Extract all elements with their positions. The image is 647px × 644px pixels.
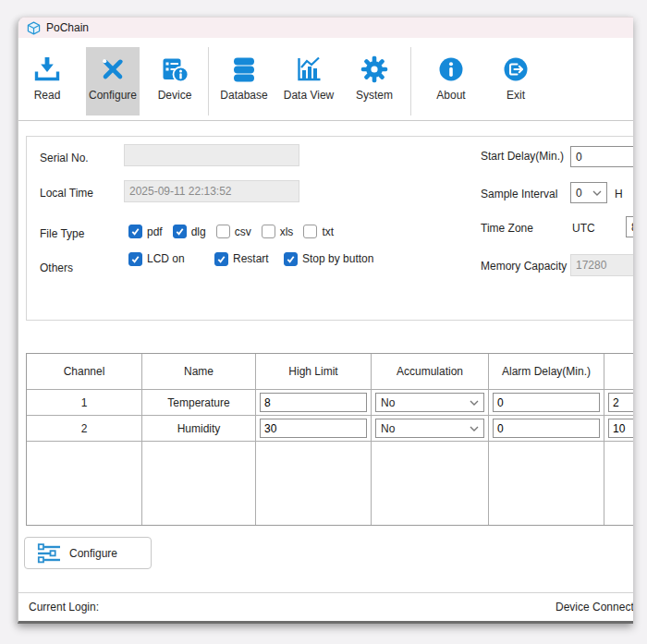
toolbar-configure-button[interactable]: Configure xyxy=(86,47,140,115)
sample-interval-unit: H xyxy=(615,188,623,200)
header-name: Name xyxy=(142,354,256,389)
alarm-delay-input[interactable] xyxy=(493,419,600,438)
extra-input[interactable] xyxy=(608,393,633,412)
csv-checkbox-icon[interactable] xyxy=(216,225,230,238)
chevron-down-icon xyxy=(592,190,602,196)
stop-by-button-checkbox-icon[interactable] xyxy=(284,252,298,266)
alarm-delay-input[interactable] xyxy=(493,393,600,412)
current-login-text: Current Login: xyxy=(29,601,99,614)
app-cube-icon xyxy=(27,21,41,35)
header-high-limit: High Limit xyxy=(256,354,372,389)
time-zone-label: Time Zone xyxy=(481,222,533,235)
xls-label: xls xyxy=(280,225,294,238)
toolbar-dataview-label: Data View xyxy=(284,89,334,102)
high-limit-cell xyxy=(256,390,372,415)
toolbar-read-button[interactable]: Read xyxy=(20,47,74,115)
title-bar: PoChain xyxy=(18,18,633,38)
settings-group: Serial No. Local Time File Type pdf dlg … xyxy=(26,136,633,321)
app-window: PoChain Read Configure xyxy=(18,17,633,624)
system-gear-icon xyxy=(360,55,389,84)
local-time-label: Local Time xyxy=(40,187,93,200)
extra-cell xyxy=(604,390,633,415)
checkbox-pdf[interactable]: pdf xyxy=(128,225,163,238)
sliders-icon xyxy=(37,543,61,564)
extra-input[interactable] xyxy=(608,419,633,438)
checkbox-stop-by-button[interactable]: Stop by button xyxy=(284,252,373,266)
toolbar-device-button[interactable]: Device xyxy=(148,47,201,115)
accumulation-cell: No xyxy=(372,416,489,441)
header-accumulation: Accumulation xyxy=(372,354,489,389)
high-limit-input[interactable] xyxy=(260,393,367,412)
sample-interval-select[interactable]: 0 xyxy=(570,182,607,203)
chevron-down-icon xyxy=(470,426,479,431)
channel-cell: 2 xyxy=(27,416,142,441)
toolbar-about-button[interactable]: About xyxy=(426,47,476,115)
configure-button-label: Configure xyxy=(69,547,117,560)
exit-logout-icon xyxy=(501,55,531,84)
table-row: 1 Temperature No xyxy=(27,389,633,415)
time-zone-prefix: UTC xyxy=(572,222,595,235)
time-zone-field[interactable] xyxy=(626,216,633,237)
channel-table: Channel Name High Limit Accumulation Ala… xyxy=(26,353,633,526)
toolbar-dataview-button[interactable]: Data View xyxy=(276,47,341,115)
name-cell: Humidity xyxy=(142,416,256,441)
lcd-on-label: LCD on xyxy=(147,252,185,265)
toolbar-database-label: Database xyxy=(220,89,267,102)
toolbar-configure-label: Configure xyxy=(89,89,137,102)
toolbar-system-button[interactable]: System xyxy=(347,47,402,115)
data-view-chart-icon xyxy=(294,55,324,84)
serial-no-label: Serial No. xyxy=(40,152,89,164)
toolbar-exit-label: Exit xyxy=(507,89,525,102)
file-type-options: pdf dlg csv xls txt xyxy=(128,225,334,238)
toolbar: Read Configure Devi xyxy=(18,38,633,121)
restart-label: Restart xyxy=(233,252,269,265)
device-server-icon xyxy=(160,55,189,84)
header-extra xyxy=(604,354,633,389)
checkbox-lcd-on[interactable]: LCD on xyxy=(128,252,185,266)
checkbox-csv[interactable]: csv xyxy=(216,225,251,238)
header-channel: Channel xyxy=(27,354,142,389)
start-delay-label: Start Delay(Min.) xyxy=(481,150,564,163)
checkbox-dlg[interactable]: dlg xyxy=(173,225,206,238)
memory-capacity-field[interactable] xyxy=(570,254,633,276)
toolbar-separator xyxy=(208,47,209,115)
others-label: Others xyxy=(40,261,73,274)
toolbar-about-label: About xyxy=(436,89,465,102)
checkbox-txt[interactable]: txt xyxy=(303,225,334,238)
accumulation-select[interactable]: No xyxy=(375,419,484,438)
file-type-label: File Type xyxy=(40,227,84,240)
local-time-field[interactable] xyxy=(124,180,299,202)
toolbar-system-label: System xyxy=(356,89,393,102)
checkbox-xls[interactable]: xls xyxy=(262,225,294,238)
restart-checkbox-icon[interactable] xyxy=(214,252,228,266)
high-limit-input[interactable] xyxy=(260,419,367,438)
lcd-on-checkbox-icon[interactable] xyxy=(128,252,142,266)
device-status-text: Device Connected xyxy=(555,601,633,614)
txt-label: txt xyxy=(322,225,334,238)
stop-by-button-label: Stop by button xyxy=(302,252,373,265)
configure-tools-icon xyxy=(98,55,128,84)
configure-button[interactable]: Configure xyxy=(24,537,152,569)
memory-capacity-label: Memory Capacity xyxy=(481,260,567,273)
database-icon xyxy=(229,55,259,84)
checkbox-restart[interactable]: Restart xyxy=(214,252,269,266)
sample-interval-value: 0 xyxy=(576,187,582,200)
xls-checkbox-icon[interactable] xyxy=(262,225,275,238)
chevron-down-icon xyxy=(470,400,479,406)
txt-checkbox-icon[interactable] xyxy=(303,225,317,238)
extra-cell xyxy=(604,416,633,441)
start-delay-field[interactable] xyxy=(570,146,633,167)
channel-cell: 1 xyxy=(27,390,142,415)
read-download-icon xyxy=(32,55,62,84)
pdf-checkbox-icon[interactable] xyxy=(128,225,142,238)
toolbar-exit-button[interactable]: Exit xyxy=(493,47,539,115)
serial-no-field[interactable] xyxy=(124,144,299,166)
toolbar-read-label: Read xyxy=(34,89,61,102)
accumulation-select[interactable]: No xyxy=(375,393,484,412)
accumulation-cell: No xyxy=(372,390,489,415)
dlg-checkbox-icon[interactable] xyxy=(173,225,187,238)
toolbar-separator xyxy=(410,47,411,115)
accumulation-value: No xyxy=(381,422,395,435)
toolbar-database-button[interactable]: Database xyxy=(214,47,274,115)
csv-label: csv xyxy=(235,225,251,238)
